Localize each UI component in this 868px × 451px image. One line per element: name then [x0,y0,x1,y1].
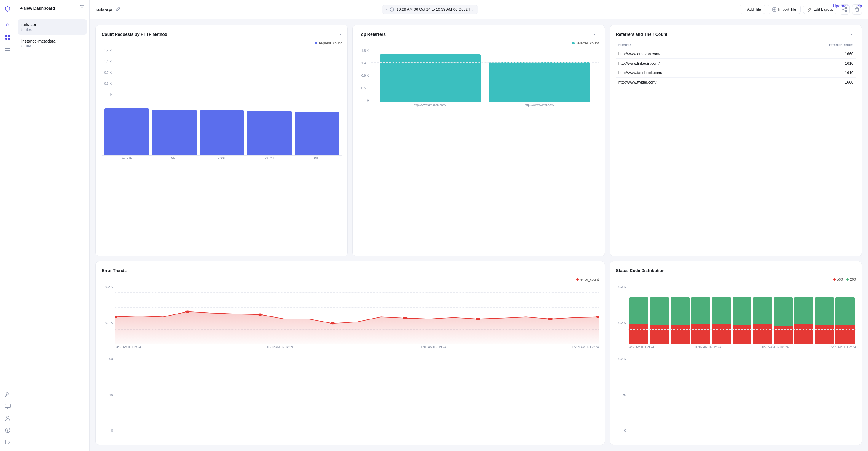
chart-legend: 500 200 [616,277,856,282]
list-icon[interactable] [2,45,13,56]
legend-dot [315,42,317,44]
new-dashboard-button[interactable]: + New Dashboard [20,5,55,12]
upgrade-link[interactable]: Upgrade [833,4,849,8]
card-title: Count Requests by HTTP Method [102,32,167,37]
svg-point-11 [6,416,9,418]
topbar: rails-api ‹ 10:29 AM 06 Oct 24 to 10:39 … [90,0,868,19]
clock-icon [390,7,394,11]
card-menu-button[interactable]: ⋯ [593,267,599,274]
nav-item-name: instance-metadata [21,39,83,43]
table-row: http://www.linkedin.com/1610 [616,59,856,68]
legend-label: referrer_count [576,41,598,45]
top-referrers-card: Top Referrers ⋯ referrer_count 1.8 K 1.4… [352,25,605,256]
card-header: Status Code Distribution ⋯ [616,267,856,274]
legend-dot [572,42,575,44]
dashboard-grid: Count Requests by HTTP Method ⋯ request_… [90,19,868,451]
count-cell: 1600 [766,77,856,87]
legend-500-label: 500 [837,277,843,282]
svg-point-29 [475,318,480,320]
bar-put [295,102,339,155]
time-range-label: 10:29 AM 06 Oct 24 to 10:39 AM 06 Oct 24 [396,7,470,11]
card-menu-button[interactable]: ⋯ [336,31,342,38]
monitor-icon[interactable] [2,401,13,412]
referrer-cell: http://www.facebook.com/ [616,68,766,77]
nav-item-instance-metadata[interactable]: instance-metadata 6 Tiles [18,36,87,51]
edit-title-icon[interactable] [116,7,120,12]
count-cell: 1610 [766,59,856,68]
error-trends-card: Error Trends ⋯ error_count 0.2 K 0.1 K 9… [95,261,605,445]
help-link[interactable]: Help [854,4,862,8]
svg-rect-4 [5,48,10,49]
status-code-card: Status Code Distribution ⋯ 500 200 0.3 K… [610,261,862,445]
referrers-table: referrer referrer_count http://www.amazo… [616,41,856,87]
chart-legend: request_count [102,41,342,45]
user-plus-icon[interactable] [2,389,13,400]
bar-get [152,102,196,155]
nav-header: + New Dashboard [16,0,89,17]
svg-rect-5 [5,50,10,51]
svg-rect-2 [5,38,7,40]
document-icon[interactable] [80,5,85,11]
referrer-cell: http://www.linkedin.com/ [616,59,766,68]
bar-delete [104,102,149,155]
logout-icon[interactable] [2,437,13,447]
add-tile-label: + Add Tile [744,7,761,11]
nav-item-count: 6 Tiles [21,44,83,48]
card-header: Count Requests by HTTP Method ⋯ [102,31,342,38]
card-menu-button[interactable]: ⋯ [850,267,856,274]
import-tile-button[interactable]: Import Tile [768,5,801,14]
time-prev-button[interactable]: ‹ [386,7,388,12]
legend-500-dot [833,278,836,281]
y-axis: 1.4 K 1.1 K 0.7 K 0.3 K 0 [102,49,114,102]
nav-item-count: 5 Tiles [21,28,83,32]
dashboard-list: rails-api 5 Tiles instance-metadata 6 Ti… [16,17,89,55]
bar-chart: 1.4 K 1.1 K 0.7 K 0.3 K 0 [102,49,342,250]
bar-patch [247,102,291,155]
count-cell: 1610 [766,68,856,77]
chart-legend: referrer_count [359,41,598,45]
col-count: referrer_count [766,41,856,49]
chart-legend: error_count [102,277,599,282]
time-range-selector[interactable]: ‹ 10:29 AM 06 Oct 24 to 10:39 AM 06 Oct … [382,5,478,14]
card-title: Referrers and Their Count [616,32,667,37]
card-title: Status Code Distribution [616,268,664,273]
nav-item-name: rails-api [21,22,83,27]
table-row: http://www.amazon.com/1660 [616,49,856,59]
card-title: Error Trends [102,268,127,273]
svg-point-30 [548,318,553,320]
icon-sidebar: ⬡ ⌂ [0,0,16,451]
referrer-cell: http://www.twitter.com/ [616,77,766,87]
import-tile-label: Import Tile [778,7,796,11]
add-tile-button[interactable]: + Add Tile [740,5,766,14]
bar-post [199,102,244,155]
svg-point-27 [330,322,335,324]
error-line-chart [115,285,599,344]
nav-item-rails-api[interactable]: rails-api 5 Tiles [18,19,87,35]
svg-point-25 [185,311,190,313]
grid-icon[interactable] [2,32,13,43]
svg-rect-10 [5,404,10,408]
import-icon [772,7,776,11]
card-menu-button[interactable]: ⋯ [593,31,599,38]
legend-label: error_count [581,277,598,282]
edit-layout-icon [808,7,812,11]
info-icon[interactable] [2,425,13,436]
count-cell: 1660 [766,49,856,59]
global-topbar: Upgrade Help [827,0,868,12]
dashboard-title: rails-api [95,7,113,12]
nav-panel: + New Dashboard rails-api 5 Tiles instan… [16,0,90,451]
svg-point-14 [7,429,8,430]
home-icon[interactable]: ⌂ [2,19,13,30]
referrer-cell: http://www.amazon.com/ [616,49,766,59]
time-next-button[interactable]: › [472,7,474,12]
col-referrer: referrer [616,41,766,49]
logo-icon: ⬡ [2,4,13,14]
card-menu-button[interactable]: ⋯ [850,31,856,38]
sidebar-bottom [2,389,13,447]
main-content: rails-api ‹ 10:29 AM 06 Oct 24 to 10:39 … [90,0,868,451]
card-header: Referrers and Their Count ⋯ [616,31,856,38]
legend-200-label: 200 [850,277,856,282]
profile-icon[interactable] [2,413,13,424]
referrers-count-card: Referrers and Their Count ⋯ referrer ref… [610,25,862,256]
svg-rect-3 [8,38,10,40]
